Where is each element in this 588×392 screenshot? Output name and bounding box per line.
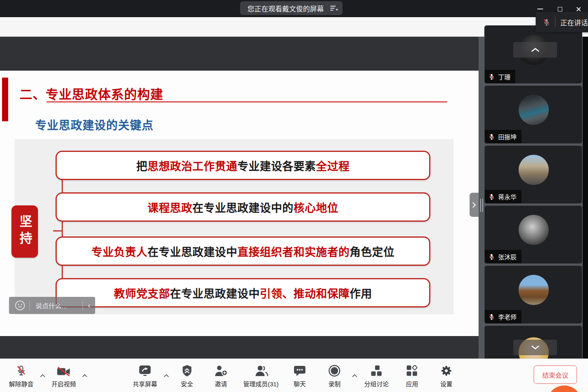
keypoint-text: 专业建设各要素 bbox=[237, 158, 316, 174]
titlebar: 您正在观看戴文俊的屏幕 bbox=[0, 0, 588, 17]
participant-nametag: 蒋永华 bbox=[485, 190, 521, 203]
camera-muted-icon bbox=[56, 364, 71, 377]
keypoint-text: 思想政治工作贯通 bbox=[147, 158, 237, 174]
share-options-chevron[interactable] bbox=[163, 372, 169, 379]
slide-accent-bar bbox=[2, 78, 8, 121]
participant-tile[interactable]: 蒋永华 bbox=[484, 145, 582, 204]
sidebar-resize-grip[interactable] bbox=[480, 199, 483, 212]
end-meeting-button[interactable]: 结束会议 bbox=[534, 365, 577, 384]
chatbar-collapse-button[interactable]: ‹ bbox=[83, 301, 95, 310]
keypoint-box-4: 教师党支部在专业思政建设中引领、推动和保障作用 bbox=[56, 278, 430, 307]
keypoint-box-2: 课程思政在专业思政建设中的核心地位 bbox=[56, 192, 430, 222]
keyword-text: 坚持 bbox=[16, 215, 34, 248]
gear-icon bbox=[440, 364, 452, 377]
chat-bubble-icon bbox=[294, 364, 306, 377]
chevron-down-icon bbox=[531, 345, 540, 350]
sidebar-scrollbar-track bbox=[583, 37, 588, 359]
mic-muted-icon bbox=[488, 73, 495, 80]
participant-name: 田振坤 bbox=[498, 132, 517, 141]
end-meeting-label: 结束会议 bbox=[542, 370, 568, 380]
record-options-chevron[interactable] bbox=[352, 372, 358, 379]
participant-nametag: 李老师 bbox=[485, 310, 521, 323]
mic-muted-icon bbox=[488, 193, 495, 200]
breakout-rooms-label: 分组讨论 bbox=[364, 379, 389, 388]
participant-tile[interactable]: 田振坤 bbox=[484, 85, 582, 144]
bracket-vertical-line bbox=[62, 165, 63, 296]
chat-quick-input[interactable]: 说点什么... bbox=[30, 301, 82, 310]
apps-grid-icon bbox=[406, 364, 418, 377]
mic-muted-icon bbox=[488, 133, 495, 140]
security-shield-icon bbox=[182, 364, 192, 377]
maximize-icon bbox=[558, 7, 562, 11]
chevron-right-icon bbox=[472, 202, 476, 208]
sidebar-collapse-tab[interactable] bbox=[470, 193, 479, 217]
participant-nametag: 张沐辰 bbox=[485, 250, 521, 263]
keypoint-box-3: 专业负责人在专业思政建设中直接组织者和实施者的角色定位 bbox=[56, 236, 430, 266]
video-options-chevron[interactable] bbox=[82, 372, 88, 379]
mic-muted-icon bbox=[16, 364, 27, 377]
start-video-label: 开启视频 bbox=[51, 379, 76, 388]
participant-tile[interactable]: 李老师 bbox=[484, 265, 582, 324]
security-label: 安全 bbox=[181, 379, 193, 388]
participant-name: 丁珊 bbox=[498, 72, 510, 81]
chat-label: 聊天 bbox=[294, 379, 306, 388]
manage-members-label: 管理成员(31) bbox=[243, 379, 279, 388]
slide-subtitle: 专业思政建设的关键点 bbox=[35, 116, 154, 133]
slide-title: 二、专业思政体系的构建 bbox=[20, 84, 163, 102]
unmute-label: 解除静音 bbox=[9, 379, 33, 388]
breakout-rooms-button[interactable]: 分组讨论 bbox=[363, 364, 390, 388]
breakout-blocks-icon bbox=[370, 364, 383, 377]
record-icon bbox=[328, 364, 341, 377]
minimize-icon bbox=[537, 9, 543, 9]
avatar bbox=[519, 275, 549, 305]
keypoint-text: 作用 bbox=[350, 285, 372, 301]
participant-nametag: 丁珊 bbox=[485, 70, 515, 83]
mic-muted-icon bbox=[542, 18, 551, 27]
keypoint-text: 核心地位 bbox=[294, 199, 339, 215]
screen-share-options-button[interactable] bbox=[330, 4, 339, 12]
settings-button[interactable]: 设置 bbox=[435, 364, 458, 388]
title-underline bbox=[47, 101, 447, 102]
settings-label: 设置 bbox=[440, 379, 452, 388]
participant-tile[interactable]: 张沐辰 bbox=[484, 205, 582, 264]
keypoint-text: 把 bbox=[136, 158, 148, 174]
keypoint-text: 在专业思政建设中 bbox=[147, 243, 237, 259]
keypoint-text: 全过程 bbox=[316, 158, 350, 174]
record-label: 录制 bbox=[328, 379, 341, 388]
participant-name: 张沐辰 bbox=[498, 252, 517, 261]
start-video-button[interactable]: 开启视频 bbox=[49, 364, 78, 388]
manage-members-button[interactable]: 管理成员(31) bbox=[242, 364, 280, 388]
participant-nametag: 田振坤 bbox=[485, 130, 521, 143]
close-icon bbox=[576, 7, 581, 12]
keypoint-text: 专业负责人 bbox=[91, 243, 148, 259]
watching-screen-banner: 您正在观看戴文俊的屏幕 bbox=[240, 1, 343, 15]
presentation-slide: 二、专业思政体系的构建 专业思政建设的关键点 坚持 把思想政治工作贯通专业建设各… bbox=[0, 71, 479, 336]
keypoint-text: 在专业思政建设中 bbox=[170, 285, 260, 301]
apps-button[interactable]: 应用 bbox=[401, 364, 423, 388]
avatar bbox=[519, 155, 549, 185]
participant-name: 蒋永华 bbox=[498, 192, 517, 201]
list-options-icon bbox=[330, 4, 339, 12]
invite-button[interactable]: 邀请 bbox=[209, 364, 232, 388]
chevron-up-icon bbox=[531, 47, 540, 53]
unmute-button[interactable]: 解除静音 bbox=[7, 364, 36, 388]
emoji-button[interactable] bbox=[9, 300, 29, 311]
mic-options-chevron[interactable] bbox=[40, 372, 46, 379]
share-screen-button[interactable]: 共享屏幕 bbox=[131, 364, 158, 388]
chat-button[interactable]: 聊天 bbox=[288, 364, 311, 388]
record-button[interactable]: 录制 bbox=[323, 364, 346, 388]
shared-screen-canvas: 二、专业思政体系的构建 专业思政建设的关键点 坚持 把思想政治工作贯通专业建设各… bbox=[0, 37, 479, 359]
apps-label: 应用 bbox=[406, 379, 418, 388]
smiley-icon bbox=[15, 300, 25, 311]
scroll-down-button[interactable] bbox=[513, 340, 557, 355]
maximize-button[interactable] bbox=[556, 6, 564, 12]
scroll-up-button[interactable] bbox=[513, 42, 557, 58]
chat-quickbar: 说点什么... ‹ bbox=[9, 297, 95, 314]
avatar bbox=[519, 215, 549, 245]
keyword-connector bbox=[53, 230, 62, 232]
close-button[interactable] bbox=[574, 6, 582, 12]
security-button[interactable]: 安全 bbox=[176, 364, 198, 388]
members-icon bbox=[254, 364, 268, 377]
minimize-button[interactable] bbox=[536, 6, 544, 12]
share-screen-label: 共享屏幕 bbox=[133, 379, 157, 388]
